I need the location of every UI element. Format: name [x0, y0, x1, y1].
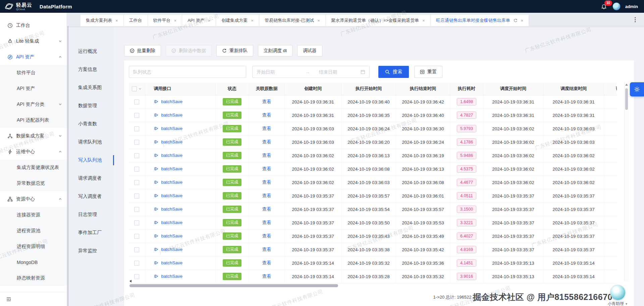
row-checkbox[interactable] [134, 140, 139, 145]
submenu-item[interactable]: 写入队列池 [69, 151, 114, 169]
row-checkbox[interactable] [134, 167, 139, 172]
sidebar-item[interactable]: 数据集成方案 [0, 128, 67, 144]
tab-close-icon[interactable]: × [422, 18, 425, 23]
row-checkbox[interactable] [134, 99, 139, 104]
row-checkbox[interactable] [134, 180, 139, 185]
row-checkbox[interactable] [134, 220, 139, 225]
submenu-item[interactable]: 事件加工厂 [69, 224, 114, 242]
view-link[interactable]: 查看 [262, 233, 271, 238]
sidebar-item[interactable]: MongoDB [0, 254, 67, 270]
view-link[interactable]: 查看 [262, 274, 271, 279]
sidebar-item[interactable]: 进程资源明细 [0, 238, 67, 254]
user-avatar[interactable] [612, 2, 621, 10]
view-link[interactable]: 查看 [262, 166, 271, 171]
row-checkbox[interactable] [134, 247, 139, 252]
sidebar-item[interactable]: 资源中心 [0, 191, 67, 207]
sidebar-item[interactable]: 连接器资源 [0, 207, 67, 223]
toolbar-button[interactable]: 立刻调度 dt [258, 45, 292, 56]
tab[interactable]: 聚水潭采购退货单（确认）=>金蝶采购退货单× [326, 15, 431, 26]
tab-close-icon[interactable]: × [521, 18, 524, 23]
vertical-scrollbar-thumb[interactable] [625, 88, 628, 110]
username-label[interactable]: admin [625, 4, 638, 9]
tab-active[interactable]: 旺店通销售出库单对接金蝶销售出库单× [431, 15, 529, 26]
tab-refresh-icon[interactable] [514, 18, 518, 23]
sidebar-item[interactable]: 软件平台 [0, 65, 67, 81]
selection-options-caret-icon[interactable] [139, 87, 142, 90]
submenu-item[interactable]: 运行概况 [69, 42, 114, 60]
api-link[interactable]: batchSave [154, 207, 183, 212]
tab[interactable]: 工作台 [124, 15, 148, 26]
sidebar-item[interactable]: 静态映射资源 [0, 270, 67, 286]
end-date-input[interactable] [319, 70, 359, 75]
api-link[interactable]: batchSave [154, 126, 183, 131]
row-checkbox[interactable] [134, 234, 139, 239]
submenu-item[interactable]: 请求队列池 [69, 133, 114, 151]
tab-close-icon[interactable]: × [174, 18, 177, 23]
view-link[interactable]: 查看 [262, 247, 271, 252]
api-link[interactable]: batchSave [154, 260, 183, 265]
api-link[interactable]: batchSave [154, 193, 183, 198]
queue-status-input[interactable] [129, 66, 246, 78]
tab[interactable]: 创建集成方案× [216, 15, 259, 26]
sidebar-item[interactable]: Lite 轻集成 [0, 33, 67, 49]
row-checkbox[interactable] [134, 113, 139, 118]
api-link[interactable]: batchSave [154, 99, 183, 104]
row-checkbox[interactable] [134, 261, 139, 266]
api-link[interactable]: batchSave [154, 220, 183, 225]
submenu-item[interactable]: 方案信息 [69, 60, 114, 79]
view-link[interactable]: 查看 [262, 139, 271, 144]
view-link[interactable]: 查看 [262, 153, 271, 158]
api-link[interactable]: batchSave [154, 233, 183, 238]
notification-bell-icon[interactable]: 10 [600, 3, 608, 10]
row-checkbox[interactable] [134, 274, 139, 279]
start-date-input[interactable] [257, 70, 296, 75]
search-button[interactable]: 搜索 [378, 66, 409, 78]
scroll-left-arrow-icon[interactable] [129, 280, 131, 282]
select-all-checkbox[interactable] [132, 86, 137, 91]
submenu-item[interactable]: 异常监控 [69, 242, 114, 260]
assistant-dropdown-icon[interactable]: ▼ [625, 302, 628, 306]
view-link[interactable]: 查看 [262, 113, 271, 118]
toolbar-button[interactable]: 调试器 [297, 45, 322, 56]
sidebar-item[interactable]: 异常数据总览 [0, 175, 67, 191]
sidebar-item[interactable]: 工作台 [0, 17, 67, 33]
toolbar-button[interactable]: 批量删除 [124, 45, 161, 56]
scroll-up-arrow-icon[interactable] [625, 84, 628, 86]
row-checkbox[interactable] [134, 207, 139, 212]
submenu-item[interactable]: 日志管理 [69, 206, 114, 224]
sidebar-item[interactable]: 进程资源池 [0, 223, 67, 238]
tab[interactable]: 管易销售出库对接-已测试× [259, 15, 326, 26]
row-checkbox[interactable] [134, 193, 139, 199]
tab[interactable]: 集成方案列表× [80, 15, 124, 26]
view-link[interactable]: 查看 [262, 126, 271, 131]
tab-close-icon[interactable]: × [115, 18, 118, 23]
sidebar-item[interactable]: 运维中心 [0, 144, 67, 160]
view-link[interactable]: 查看 [262, 99, 271, 104]
view-link[interactable]: 查看 [262, 260, 271, 265]
collapse-sidebar-icon[interactable] [6, 297, 11, 302]
api-link[interactable]: batchSave [154, 153, 183, 158]
sidebar-item[interactable]: API 适配器列表 [0, 112, 67, 128]
api-link[interactable]: batchSave [154, 113, 183, 118]
submenu-item[interactable]: 数据管理 [69, 97, 114, 115]
submenu-item[interactable]: 小青查数 [69, 115, 114, 133]
api-link[interactable]: batchSave [154, 274, 183, 279]
view-link[interactable]: 查看 [262, 220, 271, 225]
assistant-avatar[interactable] [610, 285, 626, 300]
assistant-widget[interactable]: 小青助理 ▼ [608, 285, 628, 306]
submenu-item[interactable]: 写入调度者 [69, 187, 114, 206]
tab[interactable]: 软件平台× [148, 15, 182, 26]
brand-logo[interactable]: 轻易云 QCloud DataPlatform [5, 2, 72, 11]
api-link[interactable]: batchSave [154, 247, 183, 252]
tabs-overflow-menu-icon[interactable]: ⋮ [629, 16, 641, 23]
date-range-picker[interactable]: → [252, 66, 370, 78]
column-settings-button[interactable] [630, 82, 644, 96]
tab-close-icon[interactable]: × [317, 18, 320, 23]
reset-button[interactable]: 重置 [414, 66, 442, 78]
submenu-item[interactable]: 集成关系图 [69, 79, 114, 97]
tab-close-icon[interactable]: × [208, 18, 211, 23]
api-link[interactable]: batchSave [154, 139, 183, 144]
view-link[interactable]: 查看 [262, 207, 271, 212]
tab-close-icon[interactable]: × [251, 18, 254, 23]
sidebar-item[interactable]: 集成方案健康状况表 [0, 160, 67, 175]
